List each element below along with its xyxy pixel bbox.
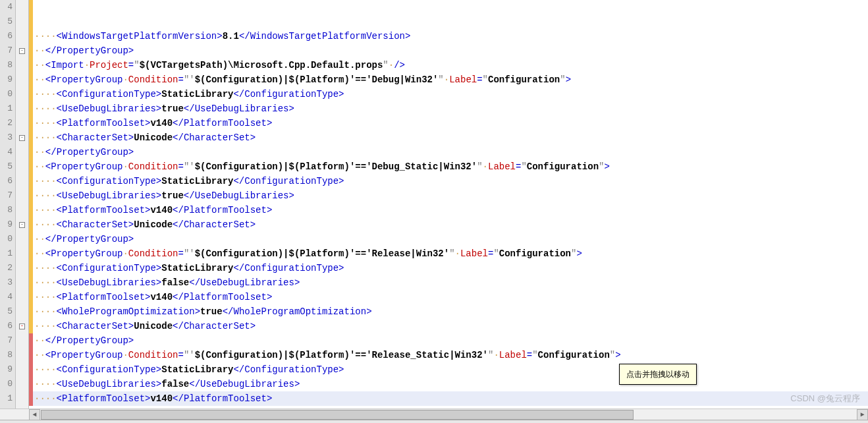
status-bar: result - (4 hits) (0, 420, 868, 423)
code-editor: 4567890123456789012345678901 - - - - ···… (0, 0, 868, 409)
code-line[interactable]: ··</PropertyGroup> (33, 145, 868, 159)
code-line[interactable]: ····<CharacterSet>Unicode</CharacterSet> (33, 319, 868, 333)
line-number: 0 (0, 377, 13, 391)
scroll-left-arrow-icon[interactable]: ◄ (29, 409, 40, 420)
code-line[interactable]: ····<CharacterSet>Unicode</CharacterSet> (33, 217, 868, 232)
code-line[interactable]: ··<PropertyGroup·Condition="'$(Configura… (33, 72, 868, 87)
code-line[interactable]: ····<UseDebugLibraries>false</UseDebugLi… (33, 275, 868, 290)
line-number: 3 (0, 130, 13, 145)
line-number-gutter: 4567890123456789012345678901 (0, 0, 16, 409)
code-line[interactable]: ····<PlatformToolset>v140</PlatformTools… (33, 203, 868, 217)
line-number: 6 (0, 319, 13, 333)
line-number: 1 (0, 101, 13, 116)
line-number: 8 (0, 58, 13, 72)
code-line[interactable]: ··<Import·Project="$(VCTargetsPath)\Micr… (33, 58, 868, 72)
line-number: 5 (0, 159, 13, 174)
line-number: 5 (0, 14, 13, 29)
code-line[interactable]: ····<CharacterSet>Unicode</CharacterSet> (33, 130, 868, 145)
line-number: 4 (0, 290, 13, 304)
line-number: 9 (0, 362, 13, 377)
line-number: 0 (0, 232, 13, 246)
line-number: 1 (0, 246, 13, 261)
code-line[interactable]: ··<PropertyGroup·Condition="'$(Configura… (33, 159, 868, 174)
code-line[interactable]: ····<UseDebugLibraries>true</UseDebugLib… (33, 101, 868, 116)
line-number: 3 (0, 275, 13, 290)
code-line[interactable]: ····<UseDebugLibraries>true</UseDebugLib… (33, 188, 868, 203)
line-number: 7 (0, 43, 13, 58)
code-line[interactable]: ····<PlatformToolset>v140</PlatformTools… (33, 290, 868, 304)
code-line[interactable]: ··<PropertyGroup·Condition="'$(Configura… (33, 246, 868, 261)
code-line[interactable]: ····<UseDebugLibraries>false</UseDebugLi… (33, 377, 868, 391)
code-line[interactable]: ····<PlatformToolset>v140</PlatformTools… (33, 391, 868, 406)
line-number: 2 (0, 116, 13, 130)
code-line[interactable]: ····<PlatformToolset>v140</PlatformTools… (33, 116, 868, 130)
watermark: CSDN @兔云程序 (790, 391, 860, 406)
code-line[interactable]: ····<ConfigurationType>StaticLibrary</Co… (33, 261, 868, 275)
code-line[interactable]: ··<PropertyGroup·Condition="'$(Configura… (33, 348, 868, 362)
line-number: 0 (0, 87, 13, 101)
horizontal-scrollbar[interactable]: ◄ ► (0, 409, 868, 420)
line-number: 5 (0, 304, 13, 319)
code-line[interactable]: ····<ConfigurationType>StaticLibrary</Co… (33, 362, 868, 377)
drag-tooltip: 点击并拖拽以移动 (619, 364, 697, 385)
fold-minus-icon[interactable]: - (19, 222, 25, 228)
line-number: 8 (0, 203, 13, 217)
code-area[interactable]: ····<WindowsTargetPlatformVersion>8.1</W… (33, 0, 868, 409)
code-line[interactable]: ··</PropertyGroup> (33, 43, 868, 58)
fold-gutter: - - - - (16, 0, 29, 409)
line-number: 4 (0, 145, 13, 159)
line-number: 6 (0, 174, 13, 188)
code-line[interactable]: ····<ConfigurationType>StaticLibrary</Co… (33, 87, 868, 101)
fold-minus-icon[interactable]: - (19, 135, 25, 141)
fold-minus-icon[interactable]: - (19, 48, 25, 54)
line-number: 7 (0, 188, 13, 203)
fold-minus-icon[interactable]: - (19, 324, 25, 329)
code-line[interactable]: ····<WindowsTargetPlatformVersion>8.1</W… (33, 29, 868, 43)
code-line[interactable]: ··</PropertyGroup> (33, 333, 868, 348)
scroll-thumb[interactable] (41, 410, 634, 420)
line-number: 4 (0, 0, 13, 14)
code-line[interactable]: ····<ConfigurationType>StaticLibrary</Co… (33, 174, 868, 188)
code-line[interactable]: ··</PropertyGroup> (33, 232, 868, 246)
line-number: 7 (0, 333, 13, 348)
code-line[interactable]: ····<WholeProgramOptimization>true</Whol… (33, 304, 868, 319)
line-number: 9 (0, 72, 13, 87)
scroll-right-arrow-icon[interactable]: ► (857, 409, 868, 420)
line-number: 9 (0, 217, 13, 232)
line-number: 6 (0, 29, 13, 43)
line-number: 8 (0, 348, 13, 362)
line-number: 2 (0, 261, 13, 275)
line-number: 1 (0, 391, 13, 406)
